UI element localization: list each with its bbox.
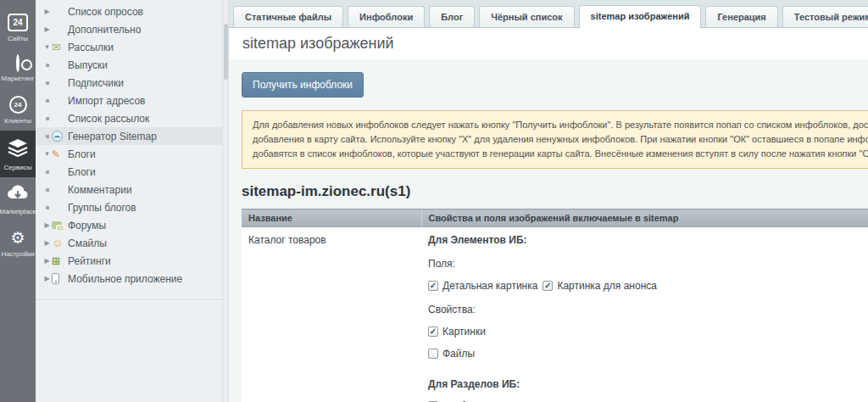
rail-item-label: Сайты <box>8 35 28 42</box>
chevron-right-icon: ▶ <box>42 257 52 265</box>
bullet-icon <box>42 97 52 104</box>
site-heading: sitemap-im.zionec.ru(s1) <box>242 183 868 200</box>
app-window: 24СайтыМаркетинг24КлиентыСервисыMarketpl… <box>0 0 868 402</box>
rail-item-settings[interactable]: ⚙Настройки <box>0 221 36 264</box>
smiley-icon: ☺ <box>52 237 68 248</box>
sidebar-item-label: Группы блогов <box>68 202 136 214</box>
fields-label: Поля: <box>428 258 868 270</box>
sitemap-generator-icon <box>52 131 68 142</box>
chevron-right-icon: ▶ <box>42 8 52 15</box>
tab-7[interactable]: Тестовый режим <box>782 6 868 27</box>
sidebar-scrollbar[interactable] <box>222 0 229 402</box>
checkbox-option[interactable]: ✓Картинки <box>428 326 486 338</box>
rail-item-marketplace[interactable]: Marketplace <box>0 177 36 221</box>
sidebar-item[interactable]: ▼✎Блоги <box>36 145 222 163</box>
sidebar-item[interactable]: Блоги <box>36 163 222 181</box>
checkbox-checked-icon[interactable]: ✓ <box>428 281 438 291</box>
sidebar-item[interactable]: ▶Дополнительно <box>36 20 222 38</box>
checkbox-option[interactable]: ✓Детальная картинка <box>428 280 537 292</box>
settings-gear-icon: ⚙ <box>10 229 25 247</box>
blog-icon: ✎ <box>52 149 68 159</box>
page-title: sitemap изображений <box>242 35 394 53</box>
sidebar-item-label: Блоги <box>68 166 96 178</box>
left-rail: 24СайтыМаркетинг24КлиентыСервисыMarketpl… <box>0 0 36 402</box>
sidebar-item-label: Блоги <box>68 148 96 160</box>
sidebar-item[interactable]: Комментарии <box>36 181 222 198</box>
notice-box: Для добавления новых инфоблоков следует … <box>242 110 868 169</box>
sidebar-item-label: Дополнительно <box>68 24 141 36</box>
tab-4[interactable]: Чёрный список <box>479 6 574 27</box>
sidebar-item[interactable]: Группы блогов <box>36 198 222 216</box>
rail-item-label: Маркетинг <box>2 75 35 82</box>
bullet-icon <box>42 61 52 69</box>
rail-item-marketing[interactable]: Маркетинг <box>0 48 36 88</box>
checkbox-label: Картинка для анонса <box>557 280 657 292</box>
sidebar-item[interactable]: Список рассылок <box>36 109 222 127</box>
sidebar-item[interactable]: Выпуски <box>36 56 222 74</box>
tab-6[interactable]: Генерация <box>705 6 777 27</box>
sidebar-item-label: Рассылки <box>68 42 114 53</box>
bullet-icon <box>42 168 52 176</box>
chevron-right-icon: ▶ <box>42 25 52 33</box>
infoblock-name: Каталог товаров <box>242 227 421 402</box>
sidebar-item[interactable]: ▶Мобильное приложение <box>36 270 222 288</box>
sections-group-title: Для Разделов ИБ: <box>428 378 868 390</box>
mail-icon: ✉ <box>52 42 68 53</box>
sidebar-item-label: Список опросов <box>68 6 143 18</box>
checkbox-option[interactable]: Файлы <box>428 348 475 360</box>
marketplace-cloud-icon <box>7 185 29 204</box>
tab-2[interactable]: Инфоблоки <box>348 6 425 27</box>
sidebar-item-label: Рейтинги <box>68 255 111 267</box>
sidebar-item[interactable]: Генератор Sitemap <box>36 127 222 145</box>
forum-icon <box>52 221 68 229</box>
chevron-right-icon: ▶ <box>42 221 52 229</box>
bullet-icon <box>42 186 52 193</box>
sidebar-item-label: Выпуски <box>68 59 108 71</box>
checkbox-label: Файлы <box>442 348 475 360</box>
rail-item-sites[interactable]: 24Сайты <box>0 0 36 48</box>
marketing-target-icon <box>16 56 19 71</box>
sidebar-item[interactable]: ▶☺Смайлы <box>36 234 222 252</box>
checkbox-unchecked-icon[interactable] <box>428 349 438 359</box>
tab-1[interactable]: Статичные файлы <box>233 6 343 27</box>
ratings-icon: ⊞ <box>52 256 68 266</box>
checkbox-option[interactable]: ✓Картинка для анонса <box>542 280 657 292</box>
clients-24-icon: 24 <box>9 96 27 114</box>
sidebar-item[interactable]: ▶Форумы <box>36 216 222 234</box>
sidebar-item-label: Подписчики <box>68 77 124 89</box>
services-layers-icon <box>7 138 29 160</box>
mobile-app-icon <box>52 273 68 284</box>
rail-item-label: Marketplace <box>0 208 36 215</box>
sidebar-item[interactable]: ▶⊞Рейтинги <box>36 252 222 270</box>
checkbox-label: Детальная картинка <box>442 280 537 292</box>
sidebar-item-label: Генератор Sitemap <box>68 131 157 142</box>
sidebar-item-label: Форумы <box>68 220 106 232</box>
chevron-right-icon: ▶ <box>42 239 52 247</box>
bitrix24-logo-icon: 24 <box>8 14 28 31</box>
sidebar-item-label: Импорт адресов <box>68 95 146 107</box>
props-label: Свойства: <box>428 304 868 315</box>
chevron-down-icon: ▼ <box>42 150 52 158</box>
checkbox-checked-icon[interactable]: ✓ <box>428 327 438 337</box>
tab-5[interactable]: sitemap изображений <box>579 5 702 28</box>
sidebar-item[interactable]: Импорт адресов <box>36 92 222 109</box>
title-bar: sitemap изображений ▼ <box>229 28 868 59</box>
checkbox-checked-icon[interactable]: ✓ <box>542 281 553 291</box>
infoblocks-table: Название Свойства и поля изображений вкл… <box>242 209 868 402</box>
bullet-icon <box>42 132 52 140</box>
tab-strip: Статичные файлыИнфоблокиБлогЧёрный списо… <box>229 0 868 28</box>
elements-group-title: Для Элементов ИБ: <box>428 234 868 246</box>
rail-item-services[interactable]: Сервисы <box>0 131 36 177</box>
sidebar-item[interactable]: Подписчики <box>36 74 222 92</box>
sidebar-scrollbar-thumb[interactable] <box>224 24 228 80</box>
sidebar-item[interactable]: ▼✉Рассылки <box>36 38 222 56</box>
sidebar-item-label: Смайлы <box>68 237 107 249</box>
tab-3[interactable]: Блог <box>429 6 475 27</box>
column-header-name: Название <box>242 209 421 227</box>
sidebar-item[interactable]: ▶Список опросов <box>36 3 222 20</box>
rail-item-clients[interactable]: 24Клиенты <box>0 88 36 131</box>
main-area: Статичные файлыИнфоблокиБлогЧёрный списо… <box>229 0 868 402</box>
form-panel: Получить инфоблоки Для добавления новых … <box>229 59 868 402</box>
get-infoblocks-button[interactable]: Получить инфоблоки <box>242 72 364 98</box>
rail-item-label: Клиенты <box>4 117 31 125</box>
